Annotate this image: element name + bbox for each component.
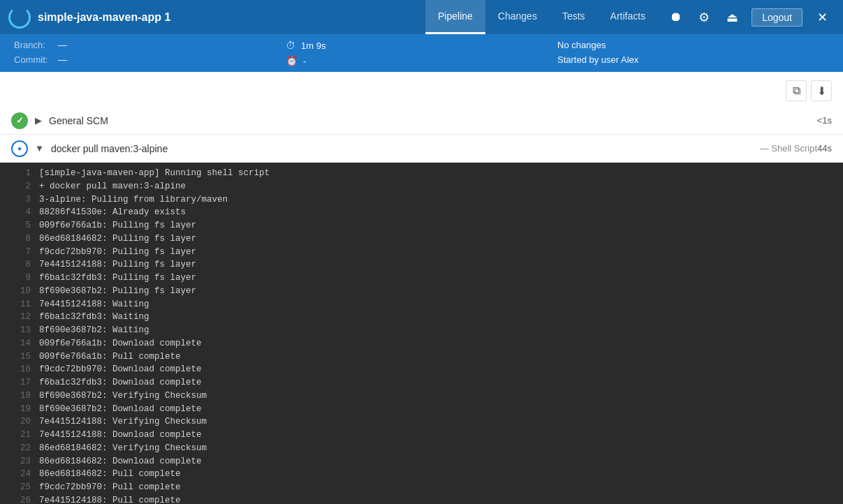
log-line: 25f9cdc72bb970: Pull complete (0, 481, 843, 494)
line-number: 21 (6, 429, 31, 442)
meta-status1-row: No changes (557, 40, 829, 50)
tab-pipeline[interactable]: Pipeline (425, 0, 485, 34)
open-external-button[interactable]: ⧉ (786, 80, 807, 101)
log-line: 488286f41530e: Already exists (0, 206, 843, 219)
line-content: f9cdc72bb970: Download complete (39, 363, 202, 376)
line-number: 3 (6, 193, 31, 207)
commit-value: — (58, 54, 67, 65)
log-line: 14009f6e766a1b: Download complete (0, 337, 843, 350)
line-number: 1 (6, 167, 31, 180)
stage-name-docker: docker pull maven:3-alpine (51, 143, 760, 154)
time-icon: ⏰ (286, 55, 298, 66)
log-line: 16f9cdc72bb970: Download complete (0, 363, 843, 376)
line-content: [simple-java-maven-app] Running shell sc… (39, 167, 270, 180)
line-number: 18 (6, 390, 31, 403)
branch-label: Branch: (14, 40, 52, 50)
line-number: 5 (6, 219, 31, 232)
log-line: 17f6ba1c32fdb3: Download complete (0, 376, 843, 390)
line-content: 7e4415124188: Download complete (39, 429, 202, 442)
meta-duration-row: ⏱ 1m 9s (286, 40, 557, 51)
line-number: 25 (6, 481, 31, 494)
record-icon[interactable]: ⏺ (664, 5, 689, 30)
line-content: f6ba1c32fdb3: Download complete (39, 376, 202, 390)
tab-artifacts[interactable]: Artifacts (598, 0, 659, 34)
log-line: 108f690e3687b2: Pulling fs layer (0, 285, 843, 298)
log-line: 198f690e3687b2: Download complete (0, 403, 843, 416)
tab-changes[interactable]: Changes (485, 0, 550, 34)
settings-icon[interactable]: ⚙ (691, 5, 717, 30)
line-number: 4 (6, 206, 31, 219)
log-line: 207e4415124188: Verifying Checksum (0, 415, 843, 429)
log-line: 33-alpine: Pulling from library/maven (0, 193, 843, 207)
line-number: 6 (6, 232, 31, 246)
stage-chevron-collapsed[interactable]: ▶ (35, 115, 42, 126)
meta-center: ⏱ 1m 9s ⏰ - (286, 40, 557, 66)
line-content: 86ed68184682: Pulling fs layer (39, 232, 196, 246)
log-line: 188f690e3687b2: Verifying Checksum (0, 390, 843, 403)
log-line: 686ed68184682: Pulling fs layer (0, 232, 843, 246)
line-content: 86ed68184682: Pull complete (39, 468, 181, 481)
line-number: 20 (6, 415, 31, 429)
line-number: 24 (6, 468, 31, 481)
logout-button[interactable]: Logout (752, 8, 802, 27)
line-content: f6ba1c32fdb3: Pulling fs layer (39, 272, 196, 285)
line-number: 11 (6, 298, 31, 311)
app-title: simple-java-maven-app 1 (38, 11, 425, 24)
line-number: 15 (6, 350, 31, 364)
log-line: 117e4415124188: Waiting (0, 298, 843, 311)
line-number: 7 (6, 246, 31, 259)
line-content: 8f690e3687b2: Pulling fs layer (39, 285, 196, 298)
line-content: 7e4415124188: Pulling fs layer (39, 258, 196, 272)
stage-status-running: ● (11, 140, 28, 157)
line-content: 7e4415124188: Pull complete (39, 494, 181, 504)
time-value: - (303, 56, 306, 66)
line-number: 23 (6, 455, 31, 468)
meta-right: No changes Started by user Alex (557, 40, 829, 66)
line-number: 22 (6, 442, 31, 455)
log-output[interactable]: 1[simple-java-maven-app] Running shell s… (0, 163, 843, 504)
duration-value: 1m 9s (301, 40, 325, 51)
line-content: 86ed68184682: Download complete (39, 455, 202, 468)
stage-time-docker: 44s (817, 143, 832, 154)
line-content: f9cdc72bb970: Pulling fs layer (39, 246, 196, 259)
line-content: 86ed68184682: Verifying Checksum (39, 442, 207, 455)
meta-branch-row: Branch: — (14, 40, 286, 50)
header: simple-java-maven-app 1 Pipeline Changes… (0, 0, 843, 34)
app-logo (8, 6, 31, 29)
line-content: 009f6e766a1b: Pulling fs layer (39, 219, 196, 232)
log-line: 12f6ba1c32fdb3: Waiting (0, 311, 843, 324)
meta-commit-row: Commit: — (14, 54, 286, 65)
signout-icon[interactable]: ⏏ (719, 5, 745, 30)
line-number: 8 (6, 258, 31, 272)
line-number: 16 (6, 363, 31, 376)
meta-bar: Branch: — Commit: — ⏱ 1m 9s ⏰ - No chang… (0, 34, 843, 72)
log-line: 1[simple-java-maven-app] Running shell s… (0, 167, 843, 180)
line-content: f9cdc72bb970: Pull complete (39, 481, 181, 494)
line-content: 7e4415124188: Verifying Checksum (39, 415, 207, 429)
log-line: 7f9cdc72bb970: Pulling fs layer (0, 246, 843, 259)
branch-value: — (58, 40, 67, 50)
line-number: 19 (6, 403, 31, 416)
line-number: 2 (6, 180, 31, 193)
line-content: 009f6e766a1b: Pull complete (39, 350, 181, 364)
close-icon[interactable]: ✕ (809, 5, 835, 30)
line-number: 10 (6, 285, 31, 298)
line-number: 17 (6, 376, 31, 390)
log-line: 2386ed68184682: Download complete (0, 455, 843, 468)
stage-sub-label: — Shell Script (760, 143, 817, 154)
meta-time-row: ⏰ - (286, 55, 557, 66)
log-line: 87e4415124188: Pulling fs layer (0, 258, 843, 272)
stage-status-success: ✓ (11, 112, 28, 129)
stage-docker-pull[interactable]: ● ▼ docker pull maven:3-alpine — Shell S… (0, 135, 843, 163)
line-content: 7e4415124188: Waiting (39, 298, 149, 311)
commit-label: Commit: (14, 54, 52, 65)
stage-chevron-expanded[interactable]: ▼ (35, 143, 44, 154)
log-line: 9f6ba1c32fdb3: Pulling fs layer (0, 272, 843, 285)
tab-tests[interactable]: Tests (550, 0, 598, 34)
stage-general-scm[interactable]: ✓ ▶ General SCM <1s (0, 107, 843, 135)
log-toolbar: ⧉ ⬇ (0, 80, 843, 107)
header-icons: ⏺ ⚙ ⏏ Logout ✕ (664, 5, 835, 30)
clock-icon: ⏱ (286, 40, 295, 51)
download-button[interactable]: ⬇ (811, 80, 832, 101)
log-line: 5009f6e766a1b: Pulling fs layer (0, 219, 843, 232)
